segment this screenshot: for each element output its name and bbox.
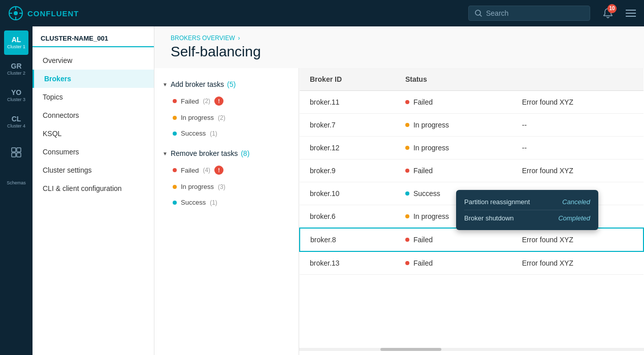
table-row[interactable]: broker.13 Failed Error found XYZ [300, 251, 643, 275]
failed-dot-remove [173, 168, 177, 172]
task-group-remove-label: Remove broker tasks [171, 149, 238, 157]
broker-id-cell: broker.12 [300, 137, 395, 159]
task-group-add-header[interactable]: ▼ Add broker tasks (5) [154, 76, 299, 92]
svg-line-7 [480, 15, 481, 16]
svg-rect-9 [17, 148, 21, 152]
app-name: CONFLUENT [27, 9, 79, 18]
task-add-success-count: (1) [210, 130, 217, 137]
collapse-arrow-add: ▼ [163, 82, 168, 87]
menu-line-2 [626, 13, 636, 14]
nav-item-topics[interactable]: Topics [33, 88, 154, 106]
task-remove-success[interactable]: Success (1) [154, 195, 299, 210]
task-remove-success-count: (1) [210, 199, 217, 206]
table-row[interactable]: broker.11 Failed Error found XYZ [300, 91, 643, 114]
status-label: Failed [413, 236, 433, 244]
status-label: Failed [413, 167, 433, 175]
broker-status-cell: Failed [395, 159, 512, 182]
status-label: Success [413, 189, 440, 198]
progress-dot-remove [173, 185, 177, 189]
broker-id-cell: broker.11 [300, 91, 395, 114]
status-dot-failed [405, 169, 409, 173]
search-icon [475, 10, 482, 17]
broker-id-cell: broker.8 [300, 228, 395, 251]
status-label: In progress [413, 144, 449, 152]
table-row-selected[interactable]: broker.8 Failed Error found XYZ [300, 228, 643, 251]
tooltip-row-shutdown: Broker shutdown Completed [464, 212, 590, 224]
svg-rect-11 [17, 153, 21, 157]
task-group-add: ▼ Add broker tasks (5) Failed (2) ! In p… [154, 76, 299, 141]
cluster-label-yo: Cluster 3 [7, 97, 25, 102]
tooltip-shutdown-label: Broker shutdown [464, 214, 514, 222]
table-row[interactable]: broker.7 In progress -- [300, 114, 643, 137]
success-dot-remove [173, 201, 177, 205]
task-remove-failed-label: Failed [181, 167, 199, 174]
task-group-remove-header[interactable]: ▼ Remove broker tasks (8) [154, 145, 299, 162]
svg-point-1 [14, 11, 18, 15]
task-add-inprogress[interactable]: In progress (2) [154, 110, 299, 125]
nav-item-overview[interactable]: Overview [33, 51, 154, 70]
broker-id-cell: broker.7 [300, 114, 395, 137]
table-row[interactable]: broker.12 In progress -- [300, 137, 643, 159]
notification-button[interactable]: 10 [602, 7, 614, 20]
tooltip-shutdown-value: Completed [558, 214, 590, 222]
error-icon-add-failed: ! [214, 96, 223, 106]
cluster-item-gr[interactable]: GR Cluster 2 [4, 57, 28, 81]
schemas-icon-button[interactable] [4, 140, 28, 165]
broker-id-cell: broker.9 [300, 159, 395, 182]
schemas-label-button[interactable]: Schemas [4, 171, 28, 195]
nav-item-ksql[interactable]: KSQL [33, 124, 154, 143]
nav-item-cluster-settings[interactable]: Cluster settings [33, 161, 154, 179]
scroll-thumb [380, 348, 441, 351]
col-broker-id: Broker ID [300, 68, 395, 91]
broker-detail-cell: Error found XYZ [512, 91, 643, 114]
menu-line-3 [626, 16, 636, 17]
status-dot-failed [405, 100, 409, 104]
cluster-item-al[interactable]: AL Cluster 1 [4, 30, 28, 55]
cluster-item-yo[interactable]: YO Cluster 3 [4, 83, 28, 108]
broker-status-cell: Failed [395, 91, 512, 114]
task-remove-success-label: Success [181, 199, 206, 206]
cluster-item-cl[interactable]: CL Cluster 4 [4, 110, 28, 134]
error-icon-remove-failed: ! [214, 166, 223, 175]
nav-item-cli-config[interactable]: CLI & client configuration [33, 179, 154, 198]
task-add-failed-count: (2) [203, 98, 210, 105]
cluster-abbr-gr: GR [11, 62, 22, 70]
page-title-area: Self-balancing [154, 42, 644, 68]
nav-item-brokers[interactable]: Brokers [33, 70, 154, 88]
search-placeholder: Search [486, 9, 508, 17]
nav-item-connectors[interactable]: Connectors [33, 106, 154, 124]
broker-detail-cell: Error found XYZ [512, 228, 643, 251]
status-dot-failed [405, 261, 409, 265]
broker-status-cell: In progress [395, 137, 512, 159]
col-status: Status [395, 68, 512, 91]
task-add-success[interactable]: Success (1) [154, 125, 299, 141]
task-remove-inprogress-count: (3) [218, 183, 226, 190]
task-add-failed[interactable]: Failed (2) ! [154, 92, 299, 110]
task-remove-failed[interactable]: Failed (4) ! [154, 162, 299, 179]
status-label: Failed [413, 259, 433, 267]
search-bar[interactable]: Search [468, 6, 590, 21]
nav-item-consumers[interactable]: Consumers [33, 143, 154, 161]
broker-detail-cell: -- [512, 114, 643, 137]
broker-detail-cell: Error found XYZ [512, 251, 643, 275]
content-area: BROKERS OVERVIEW › Self-balancing ▼ Add … [154, 26, 644, 355]
table-row[interactable]: broker.9 Failed Error found XYZ [300, 159, 643, 182]
progress-dot [173, 116, 177, 120]
status-dot-progress [405, 123, 409, 127]
task-add-inprogress-label: In progress [181, 114, 214, 121]
hamburger-menu-button[interactable] [626, 10, 636, 17]
status-label: Failed [413, 98, 433, 106]
split-content: ▼ Add broker tasks (5) Failed (2) ! In p… [154, 68, 644, 355]
task-group-add-label: Add broker tasks [171, 80, 224, 88]
breadcrumb-separator: › [238, 35, 240, 42]
task-add-failed-label: Failed [181, 98, 199, 105]
task-remove-inprogress-label: In progress [181, 183, 214, 190]
scroll-indicator[interactable] [299, 348, 644, 351]
status-label: In progress [413, 212, 449, 220]
app-logo[interactable]: CONFLUENT [8, 6, 79, 21]
breadcrumb-parent[interactable]: BROKERS OVERVIEW [171, 35, 235, 42]
breadcrumb: BROKERS OVERVIEW › [154, 26, 644, 42]
task-remove-inprogress[interactable]: In progress (3) [154, 179, 299, 195]
cluster-sidebar: AL Cluster 1 GR Cluster 2 YO Cluster 3 C… [0, 26, 33, 355]
status-label: In progress [413, 121, 449, 129]
